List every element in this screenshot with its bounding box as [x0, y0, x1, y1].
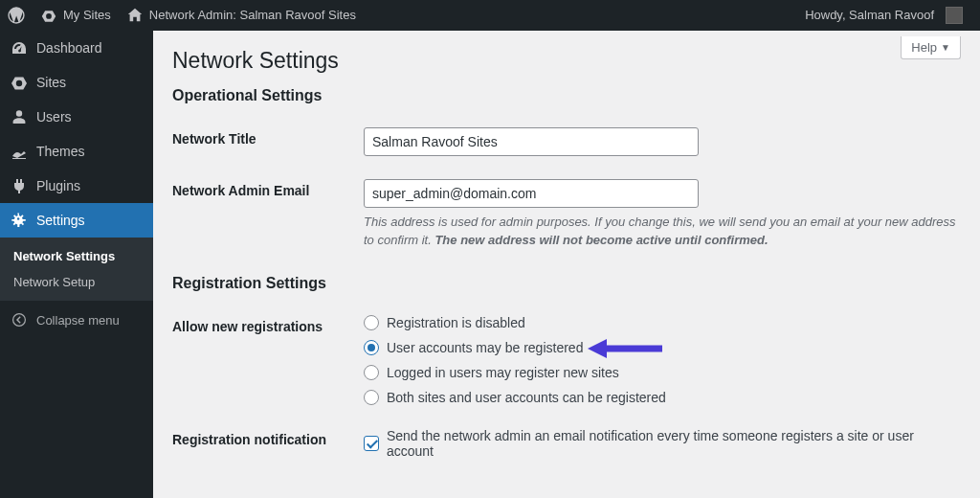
- reg-option-all[interactable]: Both sites and user accounts can be regi…: [364, 390, 961, 405]
- adminbar-howdy-label: Howdy, Salman Ravoof: [805, 0, 934, 31]
- sidebar-item-label: Users: [36, 109, 72, 124]
- registration-notification-row[interactable]: Send the network admin an email notifica…: [364, 428, 961, 459]
- chevron-down-icon: ▼: [941, 42, 950, 53]
- reg-option-user-radio[interactable]: [364, 340, 379, 355]
- reg-option-user[interactable]: User accounts may be registered: [364, 340, 961, 355]
- sidebar-item-users[interactable]: Users: [0, 100, 153, 134]
- themes-icon: [10, 142, 29, 161]
- reg-option-blog[interactable]: Logged in users may register new sites: [364, 365, 961, 380]
- wordpress-logo-icon: [8, 7, 25, 24]
- reg-option-user-label: User accounts may be registered: [387, 340, 583, 355]
- registration-settings-table: Allow new registrations Registration is …: [172, 304, 961, 470]
- sidebar-submenu-settings: Network Settings Network Setup: [0, 238, 153, 301]
- registration-notification-label: Registration notification: [172, 417, 364, 470]
- sidebar-item-sites[interactable]: Sites: [0, 65, 153, 100]
- home-icon: [126, 7, 144, 24]
- admin-email-label: Network Admin Email: [172, 168, 364, 261]
- reg-option-none-label: Registration is disabled: [387, 315, 525, 330]
- sites-icon: [10, 73, 29, 92]
- settings-icon: [10, 211, 29, 230]
- adminbar-mysites-label: My Sites: [63, 0, 111, 31]
- reg-option-all-label: Both sites and user accounts can be regi…: [387, 390, 666, 405]
- reg-option-none[interactable]: Registration is disabled: [364, 315, 961, 330]
- network-title-input[interactable]: [364, 127, 699, 156]
- sidebar-item-label: Plugins: [36, 178, 80, 193]
- reg-option-blog-radio[interactable]: [364, 365, 379, 380]
- registration-notification-text: Send the network admin an email notifica…: [387, 428, 961, 459]
- adminbar-networkadmin[interactable]: Network Admin: Salman Ravoof Sites: [119, 0, 364, 31]
- admin-bar: My Sites Network Admin: Salman Ravoof Si…: [0, 0, 980, 31]
- reg-option-all-radio[interactable]: [364, 390, 379, 405]
- admin-sidebar: Dashboard Sites Users Themes Plugins: [0, 31, 153, 498]
- section-registration-title: Registration Settings: [172, 275, 961, 292]
- dashboard-icon: [10, 38, 29, 57]
- plugins-icon: [10, 176, 29, 195]
- sidebar-item-label: Settings: [36, 213, 85, 228]
- adminbar-wp-logo[interactable]: [0, 7, 33, 24]
- sidebar-item-plugins[interactable]: Plugins: [0, 169, 153, 203]
- allow-registrations-label: Allow new registrations: [172, 304, 364, 417]
- operational-settings-table: Network Title Network Admin Email This a…: [172, 116, 961, 261]
- adminbar-mysites[interactable]: My Sites: [33, 0, 119, 31]
- avatar: [946, 7, 963, 24]
- sidebar-item-settings[interactable]: Settings: [0, 203, 153, 238]
- sidebar-item-label: Themes: [36, 144, 85, 159]
- subitem-network-setup[interactable]: Network Setup: [0, 269, 153, 295]
- multisite-icon: [40, 7, 57, 24]
- sidebar-item-label: Dashboard: [36, 40, 102, 56]
- users-icon: [10, 107, 29, 126]
- help-label: Help: [911, 40, 937, 55]
- collapse-label: Collapse menu: [36, 313, 120, 328]
- content-area: Help ▼ Network Settings Operational Sett…: [153, 31, 980, 498]
- adminbar-networkadmin-label: Network Admin: Salman Ravoof Sites: [149, 0, 356, 31]
- help-tab[interactable]: Help ▼: [901, 36, 961, 59]
- admin-email-input[interactable]: [364, 179, 699, 208]
- subitem-network-settings[interactable]: Network Settings: [0, 243, 153, 269]
- section-operational-title: Operational Settings: [172, 87, 961, 104]
- reg-option-blog-label: Logged in users may register new sites: [387, 365, 619, 380]
- page-title: Network Settings: [172, 48, 961, 74]
- collapse-menu[interactable]: Collapse menu: [0, 301, 153, 339]
- registration-notification-checkbox[interactable]: [364, 436, 379, 451]
- svg-point-0: [13, 314, 26, 327]
- collapse-icon: [10, 310, 29, 329]
- sidebar-item-themes[interactable]: Themes: [0, 134, 153, 169]
- network-title-label: Network Title: [172, 116, 364, 168]
- sidebar-item-label: Sites: [36, 75, 66, 90]
- admin-email-description: This address is used for admin purposes.…: [364, 214, 961, 250]
- reg-option-none-radio[interactable]: [364, 315, 379, 330]
- adminbar-account[interactable]: Howdy, Salman Ravoof: [797, 0, 970, 31]
- sidebar-item-dashboard[interactable]: Dashboard: [0, 31, 153, 65]
- admin-email-desc-strong: The new address will not become active u…: [434, 233, 768, 247]
